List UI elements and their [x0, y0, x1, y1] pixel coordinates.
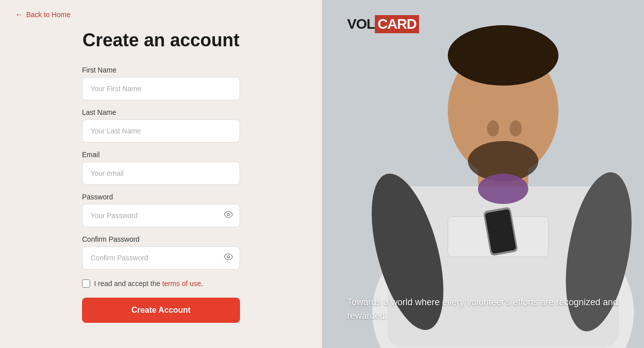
left-panel: ← Back to Home Create an account First N… — [0, 0, 322, 348]
right-panel: VOLCARD Towards a world where every volu… — [322, 0, 644, 348]
tagline: Towards a world where every volunteer's … — [347, 296, 629, 323]
page-title: Create an account — [82, 29, 240, 51]
confirm-password-wrapper — [82, 246, 240, 269]
svg-point-16 — [510, 120, 522, 136]
confirm-password-label: Confirm Password — [82, 235, 240, 243]
logo-container: VOLCARD — [347, 15, 419, 33]
terms-link[interactable]: terms of use — [162, 280, 201, 288]
back-arrow-icon: ← — [15, 10, 23, 19]
back-to-home-link[interactable]: ← Back to Home — [0, 0, 322, 29]
svg-point-14 — [478, 174, 528, 204]
first-name-input[interactable] — [82, 77, 240, 100]
create-account-button[interactable]: Create Account — [82, 298, 240, 323]
terms-checkbox[interactable] — [82, 280, 90, 288]
svg-point-1 — [227, 256, 230, 258]
last-name-label: Last Name — [82, 108, 240, 116]
email-label: Email — [82, 151, 240, 159]
logo-card: CARD — [375, 15, 420, 33]
terms-row: I read and accept the terms of use. — [82, 280, 240, 288]
last-name-group: Last Name — [82, 108, 240, 143]
logo-vol: VOL — [347, 16, 375, 32]
password-group: Password — [82, 193, 240, 227]
email-group: Email — [82, 151, 240, 185]
password-input[interactable] — [82, 204, 240, 227]
email-input[interactable] — [82, 162, 240, 185]
back-to-home-label: Back to Home — [26, 11, 70, 19]
svg-point-15 — [487, 120, 499, 136]
password-wrapper — [82, 204, 240, 227]
last-name-input[interactable] — [82, 119, 240, 143]
svg-point-0 — [227, 214, 230, 216]
terms-text: I read and accept the terms of use. — [94, 280, 203, 288]
first-name-label: First Name — [82, 66, 240, 74]
form-container: Create an account First Name Last Name E… — [0, 29, 322, 323]
password-label: Password — [82, 193, 240, 201]
confirm-password-toggle-icon[interactable] — [224, 252, 233, 263]
svg-point-6 — [448, 25, 558, 86]
confirm-password-input[interactable] — [82, 246, 240, 269]
password-toggle-icon[interactable] — [224, 210, 233, 221]
first-name-group: First Name — [82, 66, 240, 100]
confirm-password-group: Confirm Password — [82, 235, 240, 269]
